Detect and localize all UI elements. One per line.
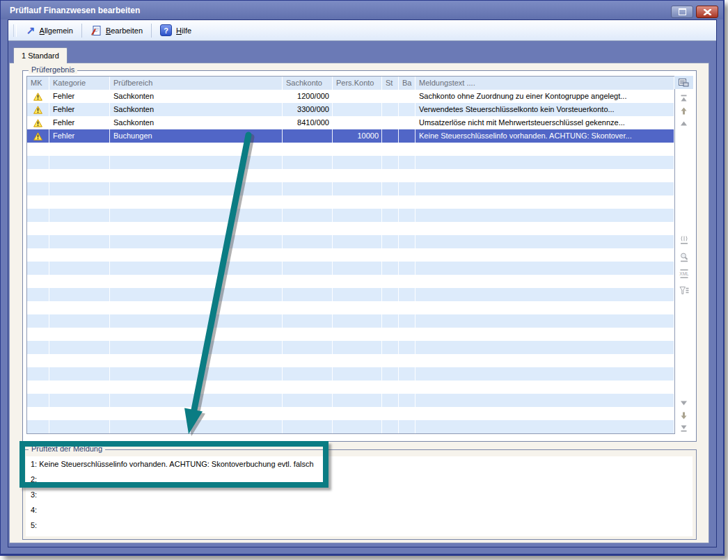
toolbar-item-hilfe[interactable]: ? Hilfe [155,22,197,38]
xml-icon[interactable]: XML [678,268,690,279]
column-chooser-icon [678,78,690,88]
column-header-st[interactable]: St [382,77,399,90]
table-row-empty[interactable] [27,394,674,407]
scroll-to-top-icon[interactable] [678,93,690,104]
help-icon: ? [160,24,172,36]
column-header-ba[interactable]: Ba [399,77,416,90]
cell-meldungstext [416,407,674,420]
cell-ba [399,275,416,288]
table-row[interactable]: FehlerSachkonten3300/000Verwendetes Steu… [27,103,674,116]
cell-mk [27,301,49,314]
cell-mk [27,235,49,248]
cell-st [382,103,399,116]
cell-sachkonto [283,248,333,262]
table-row-empty[interactable] [27,156,674,169]
table-row-empty[interactable] [27,407,674,420]
toolbar-item-bearbeiten[interactable]: Bearbeiten [85,23,148,38]
move-down-icon[interactable] [678,410,690,421]
window-titlebar[interactable]: Prüflauf Finanzwesen bearbeiten [1,1,723,19]
cell-st [382,288,399,301]
cell-ba [399,367,416,381]
cell-pruefbereich [110,275,283,288]
brackets-icon[interactable] [678,234,690,246]
column-header-sachkonto[interactable]: Sachkonto [283,77,333,90]
column-header-kategorie[interactable]: Kategorie [49,77,110,90]
cell-kategorie: Fehler [49,116,110,129]
table-row-empty[interactable] [27,262,674,275]
cell-mk [27,314,49,328]
cell-pers_konto [333,169,382,182]
page-up-icon[interactable] [678,118,690,129]
table-row-empty[interactable] [27,328,674,341]
cell-pers_konto [333,314,382,328]
tab-standard[interactable]: 1 Standard [13,47,68,63]
search-icon[interactable] [678,251,690,262]
table-row-empty[interactable] [27,314,674,328]
cell-mk [27,156,49,169]
table-row-empty[interactable] [27,341,674,354]
table-row-empty[interactable] [27,367,674,381]
cell-ba [399,407,416,420]
table-row-empty[interactable] [27,381,674,394]
cell-mk [27,328,49,341]
cell-pruefbereich [110,143,283,156]
column-header-mk[interactable]: MK [27,77,49,90]
close-button[interactable] [696,6,718,18]
table-row-empty[interactable] [27,169,674,182]
move-up-icon[interactable] [678,105,690,116]
table-row-empty[interactable] [27,420,674,433]
cell-pruefbereich [110,195,283,209]
cell-meldungstext [416,235,674,248]
toolbar-item-allgemein[interactable]: ↗ Allgemein [21,24,79,37]
cell-pers_konto [333,195,382,209]
cell-pruefbereich [110,314,283,328]
column-header-meldungstext[interactable]: Meldungstext .... [416,77,674,90]
table-row-empty[interactable] [27,209,674,222]
table-row-empty[interactable] [27,143,674,156]
cell-sachkonto [283,195,333,209]
cell-pers_konto [333,275,382,288]
cell-st [382,420,399,433]
cell-kategorie: Fehler [49,90,110,103]
table-row-empty[interactable] [27,354,674,367]
window-client-area: ↗ Allgemein Bearbeiten ? Hilfe [8,19,717,547]
table-row-empty[interactable] [27,235,674,248]
cell-pers_konto [333,381,382,394]
cell-kategorie [49,407,110,420]
table-row-empty[interactable] [27,195,674,209]
message-group-title: Prüftext der Meldung [29,445,105,453]
cell-ba [399,420,416,433]
restore-button[interactable] [671,6,693,18]
cell-st [382,222,399,235]
cell-mk [27,129,49,143]
column-chooser-button[interactable] [674,76,693,89]
cell-pruefbereich [110,354,283,367]
scroll-to-bottom-icon[interactable] [678,422,690,433]
table-row[interactable]: FehlerBuchungen10000Keine Steuerschlüsse… [27,129,674,143]
table-row[interactable]: FehlerSachkonten8410/000Umsatzerlöse nic… [27,116,674,129]
table-row-empty[interactable] [27,301,674,314]
column-header-prfbereich[interactable]: Prüfbereich [110,77,283,90]
cell-kategorie [49,301,110,314]
cell-meldungstext [416,367,674,381]
cell-meldungstext: Keine Steuerschlüsselinfo vorhanden. ACH… [416,129,674,143]
filter-icon[interactable] [678,285,690,296]
cell-sachkonto [283,222,333,235]
cell-pruefbereich [110,248,283,262]
cell-st [382,367,399,381]
tab-label: 1 Standard [22,51,59,60]
page-down-icon[interactable] [678,397,690,408]
table-row-empty[interactable] [27,222,674,235]
table-row-empty[interactable] [27,248,674,262]
table-row-empty[interactable] [27,288,674,301]
message-line: 2: [26,472,693,487]
cell-pruefbereich [110,182,283,195]
table-row-empty[interactable] [27,275,674,288]
result-groupbox: Prüfergebnis MKKategoriePrüfbereichSachk… [22,70,697,442]
cell-pruefbereich [110,209,283,222]
cell-kategorie [49,314,110,328]
table-row-empty[interactable] [27,182,674,195]
column-header-perskonto[interactable]: Pers.Konto [333,77,382,90]
cell-sachkonto [283,341,333,354]
table-row[interactable]: FehlerSachkonten1200/000Sachkonto ohne Z… [27,90,674,103]
